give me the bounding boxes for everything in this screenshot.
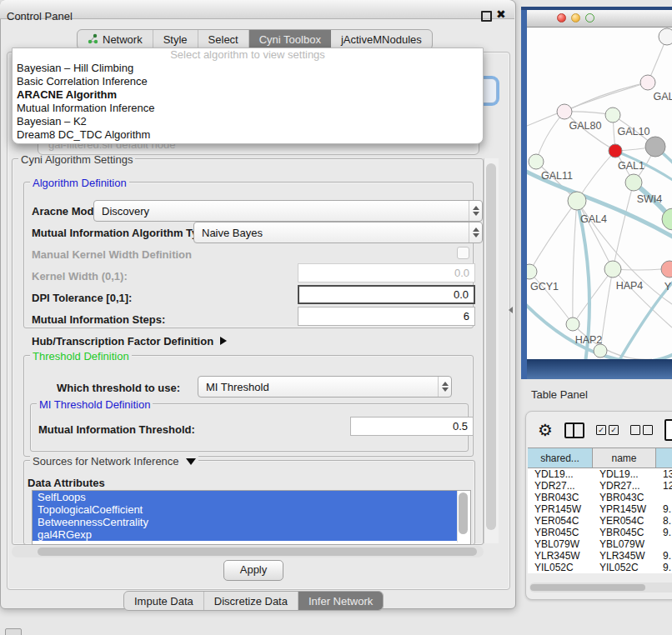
attributes-list-scroll-thumb[interactable] (459, 492, 468, 534)
mi-threshold-field[interactable]: 0.5 (350, 417, 474, 436)
kernel-width-field[interactable]: 0.0 (298, 263, 475, 282)
table-cell: YER054C (593, 515, 656, 527)
network-node[interactable] (609, 144, 622, 158)
algorithm-option[interactable]: ARACNE Algorithm (13, 88, 483, 102)
mi-type-combo[interactable]: Naive Bayes (193, 222, 483, 243)
network-node[interactable] (640, 75, 655, 90)
table-cell (656, 538, 672, 550)
network-node[interactable] (529, 154, 544, 169)
attribute-list-item[interactable]: gal4RGexp (33, 528, 462, 541)
data-attributes-list[interactable]: SelfLoopsTopologicalCoefficientBetweenne… (32, 490, 471, 545)
network-node[interactable] (568, 192, 586, 210)
network-node[interactable] (645, 137, 665, 157)
zoom-traffic-light-icon[interactable] (585, 13, 594, 22)
table-cell: YLR345W (593, 550, 656, 562)
tab-network[interactable]: Network (78, 30, 153, 49)
settings-horizontal-scroll-thumb[interactable] (38, 548, 477, 556)
algorithm-option[interactable]: Dream8 DC_TDC Algorithm (13, 128, 483, 142)
column-header-extra[interactable] (656, 448, 672, 468)
network-node-label: GAL10 (618, 126, 650, 138)
tab-style[interactable]: Style (153, 30, 198, 49)
network-node[interactable] (659, 28, 672, 45)
tab-impute-data[interactable]: Impute Data (124, 592, 204, 610)
network-node[interactable] (625, 174, 642, 191)
column-header-name[interactable]: name (593, 448, 656, 468)
algorithm-option[interactable]: Bayesian – Hill Climbing (13, 62, 483, 75)
sources-group-toggle[interactable]: Sources for Network Inference (30, 455, 198, 468)
aracne-mode-value: Discovery (102, 205, 149, 218)
table-row[interactable]: YPR145WYPR145W9. (528, 503, 672, 515)
hub-section-toggle[interactable]: Hub/Transcription Factor Definition (32, 335, 227, 348)
splitpane-collapse-icon[interactable] (509, 307, 513, 313)
table-cell: 9. (656, 527, 672, 538)
close-icon[interactable]: ✖ (496, 8, 506, 21)
control-panel-titlebar[interactable] (0, 0, 514, 19)
table-row[interactable]: YIL052CYIL052C9. (528, 562, 672, 573)
columns-icon[interactable] (564, 422, 584, 438)
network-edge[interactable] (564, 82, 648, 112)
network-node[interactable] (527, 264, 537, 279)
manual-kernel-checkbox[interactable] (457, 247, 469, 259)
network-edge[interactable] (613, 182, 634, 269)
table-row[interactable]: YLR345WYLR345W9. (528, 550, 672, 562)
table-horizontal-scroll-thumb[interactable] (530, 584, 645, 591)
settings-vertical-scroll-thumb[interactable] (486, 163, 496, 530)
network-node-label: GAL1 (618, 160, 644, 172)
table-row[interactable]: YDR27...YDR27...12 (528, 480, 672, 492)
tab-select[interactable]: Select (198, 30, 249, 49)
algorithm-option[interactable]: Bayesian – K2 (13, 115, 483, 128)
apply-button[interactable]: Apply (223, 560, 283, 581)
aracne-mode-combo[interactable]: Discovery (93, 200, 483, 222)
network-edge[interactable] (536, 112, 564, 162)
network-edge[interactable] (573, 269, 613, 324)
minimize-traffic-light-icon[interactable] (571, 13, 580, 22)
attribute-list-item[interactable]: SelfLoops (33, 491, 462, 503)
table-row[interactable]: YER054CYER054C8. (528, 515, 672, 527)
network-node[interactable] (661, 261, 672, 278)
close-traffic-light-icon[interactable] (557, 13, 566, 22)
mi-threshold-label: Mutual Information Threshold: (38, 423, 195, 436)
attribute-list-item[interactable]: BetweennessCentrality (33, 516, 462, 528)
float-window-icon[interactable] (481, 11, 492, 22)
tab-cyni-toolbox[interactable]: Cyni Toolbox (249, 30, 331, 49)
tab-infer-network[interactable]: Infer Network (298, 592, 383, 610)
screen: Control Panel ✖ Network Style Select Cyn… (0, 0, 672, 635)
table-header-row: shared... name (528, 448, 672, 468)
control-panel-title: Control Panel (7, 10, 73, 22)
network-node[interactable] (594, 344, 607, 358)
which-threshold-combo[interactable]: MI Threshold (198, 376, 452, 398)
network-node-label: GAL11 (541, 170, 573, 182)
network-view-window[interactable]: GALGAL80GAL10GAL1GAL11SWI4GAL4GCY1HAP4YH… (521, 7, 672, 379)
table-row[interactable]: YDL19...YDL19...13 (528, 468, 672, 480)
algorithm-option[interactable]: Basic Correlation Inference (13, 75, 483, 88)
gear-icon[interactable]: ⚙ (538, 422, 553, 438)
network-view-titlebar[interactable] (527, 10, 672, 28)
deselect-all-checkboxes-icon[interactable] (630, 425, 653, 435)
attribute-list-item[interactable]: TopologicalCoefficient (33, 503, 462, 516)
column-header-shared[interactable]: shared... (528, 448, 593, 468)
table-row[interactable]: YBR043CYBR043C (528, 492, 672, 503)
table-cell: 8. (656, 515, 672, 527)
network-edge[interactable] (573, 201, 577, 324)
dpi-tolerance-field[interactable]: 0.0 (298, 285, 475, 304)
which-threshold-label: Which threshold to use: (57, 382, 180, 394)
table-cell: 12 (656, 480, 672, 492)
network-edge[interactable] (529, 201, 577, 272)
network-icon (88, 33, 98, 47)
network-node[interactable] (557, 104, 572, 119)
algorithm-option[interactable]: Mutual Information Inference (13, 102, 483, 115)
partial-bottom-button[interactable] (5, 628, 22, 635)
new-table-icon[interactable] (664, 419, 672, 441)
select-all-checkboxes-icon[interactable]: ✓✓ (596, 425, 619, 435)
mi-steps-field[interactable]: 6 (298, 307, 475, 326)
network-node[interactable] (605, 108, 620, 122)
table-row[interactable]: YBR045CYBR045C9. (528, 527, 672, 538)
tab-discretize-data[interactable]: Discretize Data (204, 592, 298, 610)
table-cell: YDL19... (593, 468, 656, 480)
network-node[interactable] (566, 318, 579, 331)
network-canvas[interactable]: GALGAL80GAL10GAL1GAL11SWI4GAL4GCY1HAP4YH… (527, 28, 672, 359)
table-row[interactable]: YBL079WYBL079W (528, 538, 672, 550)
network-node[interactable] (604, 261, 621, 278)
tab-jactivemnodules[interactable]: jActiveMNodules (331, 30, 432, 49)
tab-label: Discretize Data (214, 595, 288, 608)
